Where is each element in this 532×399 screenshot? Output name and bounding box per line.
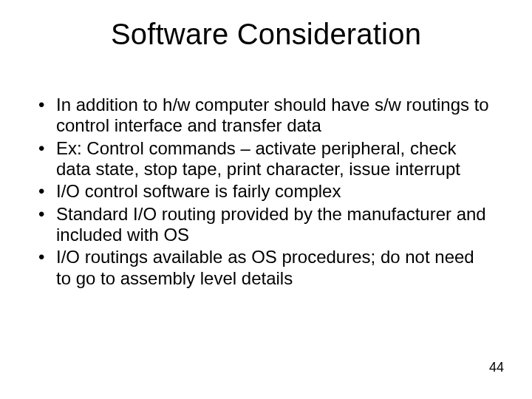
list-item: I/O routings available as OS procedures;… [38,247,494,289]
page-number: 44 [489,360,504,375]
list-item: Ex: Control commands – activate peripher… [38,138,494,180]
bullet-list: In addition to h/w computer should have … [38,95,494,289]
list-item: I/O control software is fairly complex [38,181,494,202]
slide: Software Consideration In addition to h/… [0,0,532,399]
list-item: In addition to h/w computer should have … [38,95,494,137]
slide-title: Software Consideration [0,18,532,51]
slide-body: In addition to h/w computer should have … [38,95,494,290]
list-item: Standard I/O routing provided by the man… [38,204,494,246]
